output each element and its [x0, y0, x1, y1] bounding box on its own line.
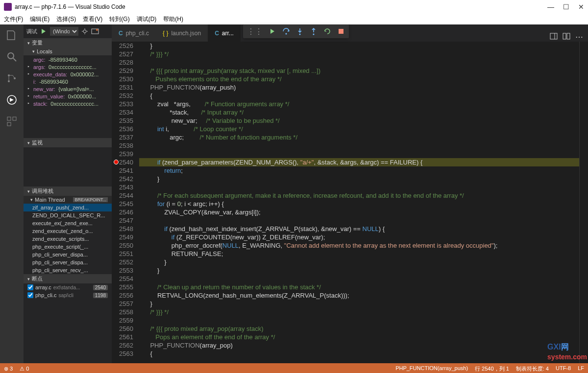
watermark: GXI网 system.com — [547, 342, 587, 361]
svg-point-0 — [8, 53, 14, 59]
variable-item[interactable]: stack: 0xcccccccccccccc... — [24, 100, 112, 108]
more-icon[interactable]: ⋯ — [575, 32, 583, 42]
stack-frame[interactable]: php_cli_server_recv_... — [24, 266, 112, 274]
editor-tab[interactable]: C php_cli.c — [112, 24, 156, 42]
tabs: C php_cli.c{ } launch.jsonC arr... ⋮⋮ ⋯ — [112, 24, 588, 42]
svg-point-11 — [96, 29, 98, 31]
stack-frame[interactable]: zend_execute(_zend_o... — [24, 227, 112, 235]
main-thread[interactable]: Main Thread BREAKPOINT... — [24, 196, 112, 204]
svg-point-9 — [83, 30, 86, 33]
status-encoding[interactable]: UTF-8 — [556, 365, 571, 373]
menu-item[interactable]: 文件(F) — [4, 15, 23, 23]
svg-rect-16 — [550, 33, 557, 39]
debug-sidebar: 调试 (Windows) 变量 Locals argc: -858993460a… — [24, 24, 112, 363]
close-button[interactable]: ✕ — [578, 3, 584, 11]
svg-rect-7 — [13, 117, 16, 120]
extensions-icon[interactable] — [6, 116, 18, 127]
status-warnings[interactable]: ⚠ 0 — [20, 366, 29, 372]
menu-item[interactable]: 选择(S) — [56, 15, 76, 23]
debug-label: 调试 — [26, 28, 37, 35]
stop-icon[interactable] — [337, 27, 345, 35]
status-position[interactable]: 行 2540，列 1 — [475, 365, 509, 373]
breakpoints-list: array.c ext\standa...2540 php_cli.c sapi… — [24, 283, 112, 299]
watch-section[interactable]: 监视 — [24, 138, 112, 147]
gear-icon[interactable] — [81, 28, 88, 35]
breakpoint-checkbox[interactable] — [27, 284, 33, 290]
debug-toolbar: 调试 (Windows) — [24, 24, 112, 38]
continue-icon[interactable] — [269, 27, 276, 35]
titlebar: array.c — php-7.1.6 — Visual Studio Code… — [0, 0, 588, 14]
menubar: 文件(F)编辑(E)选择(S)查看(V)转到(G)调试(D)帮助(H) — [0, 14, 588, 24]
step-over-icon[interactable] — [282, 27, 290, 35]
svg-rect-8 — [7, 122, 11, 126]
activity-bar — [0, 24, 24, 363]
variable-item[interactable]: i: -858993460 — [24, 78, 112, 86]
svg-point-13 — [299, 34, 301, 35]
play-icon[interactable] — [40, 28, 47, 35]
menu-item[interactable]: 转到(G) — [109, 15, 129, 23]
editor-tab[interactable]: C arr... — [208, 24, 241, 42]
locals-section[interactable]: Locals — [24, 47, 112, 55]
variables-section[interactable]: 变量 — [24, 38, 112, 47]
menu-item[interactable]: 编辑(E) — [30, 15, 49, 23]
step-out-icon[interactable] — [310, 27, 318, 35]
svg-rect-18 — [563, 33, 566, 39]
gutter: 2526252725282529253025312532253325342535… — [112, 42, 139, 363]
variable-item[interactable]: return_value: 0x000000... — [24, 93, 112, 100]
svg-point-3 — [8, 80, 10, 82]
window-title: array.c — php-7.1.6 — Visual Studio Code — [15, 3, 125, 10]
stack-frame[interactable]: zif_array_push(_zend... — [24, 204, 112, 211]
variable-item[interactable]: args: 0xcccccccccccccc... — [24, 64, 112, 71]
breakpoint-item[interactable]: php_cli.c sapi\cli1198 — [24, 291, 112, 299]
editor-area: C php_cli.c{ } launch.jsonC arr... ⋮⋮ ⋯ … — [112, 24, 588, 363]
git-icon[interactable] — [6, 72, 18, 84]
stack-frame[interactable]: php_execute_script(_... — [24, 243, 112, 251]
breakpoint-tag: BREAKPOINT... — [73, 197, 108, 202]
console-icon[interactable] — [91, 28, 99, 34]
stack-frame[interactable]: php_cli_server_dispa... — [24, 258, 112, 266]
menu-item[interactable]: 帮助(H) — [163, 15, 183, 23]
debug-config-select[interactable]: (Windows) — [50, 27, 78, 36]
status-errors[interactable]: ⊗ 3 — [4, 366, 13, 372]
svg-rect-6 — [7, 117, 11, 120]
debug-controls: ⋮⋮ — [243, 24, 349, 38]
svg-point-2 — [8, 74, 10, 76]
step-into-icon[interactable] — [296, 27, 304, 35]
status-eol[interactable]: LF — [578, 365, 584, 373]
svg-point-12 — [286, 33, 287, 35]
variable-item[interactable]: argc: -858993460 — [24, 56, 112, 64]
code-content[interactable]: } /* }}} */ /* {{{ proto int array_push(… — [139, 42, 579, 363]
split-editor-icon[interactable] — [550, 32, 558, 40]
code-editor[interactable]: 2526252725282529253025312532253325342535… — [112, 42, 588, 363]
restart-icon[interactable] — [323, 27, 331, 35]
menu-item[interactable]: 查看(V) — [83, 15, 102, 23]
menu-item[interactable]: 调试(D) — [137, 15, 157, 23]
layout-icon[interactable] — [563, 32, 570, 40]
stack-frame[interactable]: ZEND_DO_ICALL_SPEC_R... — [24, 211, 112, 219]
status-function[interactable]: PHP_FUNCTION(array_push) — [395, 365, 468, 373]
callstack-section[interactable]: 调用堆栈 — [24, 186, 112, 196]
maximize-button[interactable]: ☐ — [563, 3, 569, 11]
drag-handle-icon[interactable]: ⋮⋮ — [247, 27, 263, 36]
breakpoint-item[interactable]: array.c ext\standa...2540 — [24, 283, 112, 291]
locals-list: argc: -858993460args: 0xcccccccccccccc..… — [24, 55, 112, 109]
explorer-icon[interactable] — [6, 29, 18, 41]
vscode-icon — [4, 3, 12, 11]
minimap[interactable] — [579, 42, 588, 363]
breakpoints-section[interactable]: 断点 — [24, 274, 112, 283]
status-indentation[interactable]: 制表符长度: 4 — [516, 365, 549, 373]
svg-rect-19 — [567, 33, 570, 39]
stack-frame[interactable]: zend_execute_scripts... — [24, 235, 112, 243]
stack-frame[interactable]: php_cli_server_dispa... — [24, 251, 112, 258]
search-icon[interactable] — [6, 51, 18, 63]
debug-icon[interactable] — [6, 94, 18, 106]
svg-line-1 — [13, 58, 16, 61]
stack-frame[interactable]: execute_ex(_zend_exe... — [24, 219, 112, 227]
svg-rect-15 — [339, 29, 343, 34]
breakpoint-checkbox[interactable] — [27, 292, 33, 298]
statusbar: ⊗ 3 ⚠ 0 PHP_FUNCTION(array_push) 行 2540，… — [0, 363, 588, 373]
variable-item[interactable]: execute_data: 0x000002... — [24, 71, 112, 78]
minimize-button[interactable]: — — [547, 3, 554, 11]
editor-tab[interactable]: { } launch.json — [156, 24, 208, 42]
variable-item[interactable]: new_var: {value={lval=... — [24, 86, 112, 93]
